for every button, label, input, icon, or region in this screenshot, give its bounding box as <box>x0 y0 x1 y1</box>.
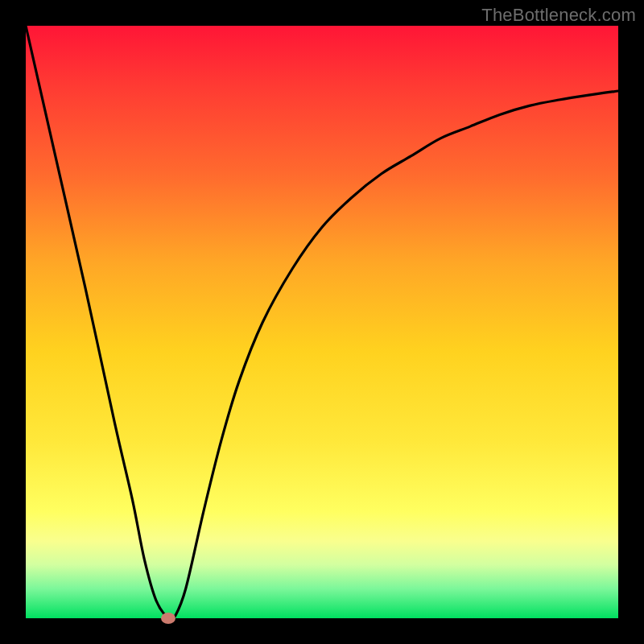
bottleneck-curve <box>26 26 618 618</box>
chart-frame: TheBottleneck.com <box>0 0 644 644</box>
plot-area <box>26 26 618 618</box>
watermark-text: TheBottleneck.com <box>481 5 636 26</box>
minimum-marker <box>161 613 175 624</box>
